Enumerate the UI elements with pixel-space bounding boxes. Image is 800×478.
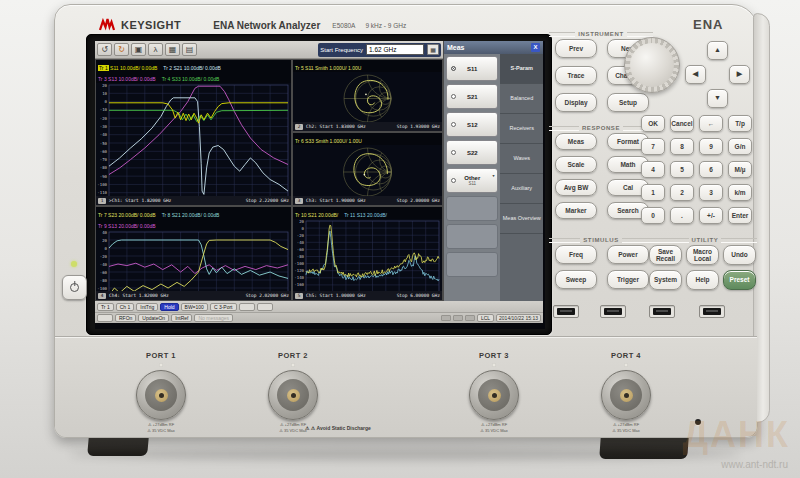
n-connector[interactable]	[136, 370, 186, 420]
redo-icon[interactable]: ↻	[114, 43, 129, 56]
key-9[interactable]: 9	[699, 138, 723, 155]
meas-button-s22[interactable]: S22	[446, 140, 498, 165]
key-meas[interactable]: Meas	[555, 133, 597, 150]
quadrant-2[interactable]: Tr 5 S11 Smith 1.000U/ 1.00U2Ch2: Start …	[292, 59, 443, 132]
key-cancel[interactable]: Cancel	[670, 115, 694, 132]
key-7[interactable]: 7	[641, 138, 665, 155]
key-display[interactable]: Display	[555, 93, 597, 112]
channel-tab[interactable]: 1	[98, 198, 106, 204]
key-avg-bw[interactable]: Avg BW	[555, 179, 597, 196]
svg-text:-100: -100	[294, 261, 304, 266]
key-ok[interactable]: OK	[641, 115, 665, 132]
start-frequency-input[interactable]	[366, 44, 424, 55]
screenshot-icon[interactable]: ▣	[131, 43, 146, 56]
key-8[interactable]: 8	[670, 138, 694, 155]
key-key[interactable]: .	[670, 207, 694, 224]
tab-receivers[interactable]: Receivers	[500, 114, 543, 144]
tab-balanced[interactable]: Balanced	[500, 84, 543, 114]
key-4[interactable]: 4	[641, 161, 665, 178]
status-chip-intref: IntRef	[171, 314, 192, 322]
key-0[interactable]: 0	[641, 207, 665, 224]
meas-button-s21[interactable]: S21	[446, 84, 498, 109]
clipboard-icon[interactable]: ▤	[182, 43, 197, 56]
key-sweep[interactable]: Sweep	[555, 270, 597, 289]
radio-icon	[451, 122, 456, 127]
usb-port-1[interactable]	[553, 305, 579, 318]
key-scale[interactable]: Scale	[555, 156, 597, 173]
usb-port-4[interactable]	[699, 305, 725, 318]
chart-icon[interactable]: ▦	[165, 43, 180, 56]
drop-shadow	[70, 448, 740, 460]
usb-port-2[interactable]	[600, 305, 626, 318]
usb-port-3[interactable]	[649, 305, 675, 318]
tab-meas-overview[interactable]: Meas Overview	[500, 204, 543, 234]
n-connector[interactable]	[469, 370, 519, 420]
key-trigger[interactable]: Trigger	[607, 270, 649, 289]
key-freq[interactable]: Freq	[555, 245, 597, 264]
quadrant-5[interactable]: Tr 10 S21 20.00dB/Tr 11 S13 20.00dB/200-…	[292, 206, 443, 301]
plot	[293, 145, 442, 199]
channel-tab[interactable]: 4	[98, 293, 106, 299]
meas-button-other[interactable]: OtherS11▾	[446, 168, 498, 193]
key-3[interactable]: 3	[699, 184, 723, 201]
tab-waves[interactable]: Waves	[500, 144, 543, 174]
channel-tab[interactable]: 3	[295, 198, 303, 204]
connector-pin	[620, 389, 633, 402]
utility-keys: SaveRecallMacroLocalUndoSystemHelpPreset	[649, 245, 756, 290]
tab-s-param[interactable]: S-Param	[500, 54, 543, 84]
key-k-m[interactable]: k/m	[728, 184, 752, 201]
key-trace[interactable]: Trace	[555, 66, 597, 85]
hardkey-panel: INSTRUMENT PrevNextTraceChannelDisplaySe…	[549, 11, 759, 335]
key-5[interactable]: 5	[670, 161, 694, 178]
key-m[interactable]: M/µ	[728, 161, 752, 178]
key-2[interactable]: 2	[670, 184, 694, 201]
chevron-down-icon: ▾	[492, 173, 494, 178]
quadrant-4[interactable]: Tr 7 S23 20.00dB/ 0.00dBTr 8 S21 20.00dB…	[95, 206, 292, 301]
meas-button-blank-7[interactable]	[446, 252, 498, 277]
key-key[interactable]: +/-	[699, 207, 723, 224]
quadrant-1[interactable]: Tr 1 S11 10.00dB/ 0.00dBTr 2 S21 10.00dB…	[95, 59, 292, 206]
key-enter[interactable]: Enter	[728, 207, 752, 224]
svg-text:-100: -100	[97, 182, 107, 187]
key-1[interactable]: 1	[641, 184, 665, 201]
key-prev[interactable]: Prev	[555, 39, 597, 58]
key-help[interactable]: Help	[686, 270, 719, 290]
close-icon[interactable]: X	[531, 43, 540, 52]
rotary-knob[interactable]	[624, 37, 680, 93]
key-setup[interactable]: Setup	[607, 93, 649, 112]
n-connector[interactable]	[601, 370, 651, 420]
key-undo[interactable]: Undo	[723, 245, 756, 265]
section-label-response: RESPONSE	[549, 125, 653, 131]
quadrant-3[interactable]: Tr 6 S33 Smith 1.000U/ 1.00U3Ch3: Start …	[292, 132, 443, 206]
key-marker[interactable]: Marker	[555, 202, 597, 219]
key-backspace[interactable]: ←	[699, 115, 723, 132]
marker-icon[interactable]: λ	[148, 43, 163, 56]
key-6[interactable]: 6	[699, 161, 723, 178]
meas-button-s12[interactable]: S12	[446, 112, 498, 137]
arrow-up-key[interactable]: ▲	[707, 41, 728, 60]
arrow-left-key[interactable]: ◀	[685, 65, 706, 84]
tab-auxiliary[interactable]: Auxiliary	[500, 174, 543, 204]
svg-text:10: 10	[102, 91, 107, 96]
power-button[interactable]	[62, 275, 87, 300]
channel-tab[interactable]: 2	[295, 124, 303, 130]
n-connector[interactable]	[268, 370, 318, 420]
arrow-down-key[interactable]: ▼	[707, 89, 728, 108]
key-system[interactable]: System	[649, 270, 682, 290]
key-macro-local[interactable]: MacroLocal	[686, 245, 719, 265]
arrow-right-key[interactable]: ▶	[729, 65, 750, 84]
meas-button-blank-5[interactable]	[446, 196, 498, 221]
undo-icon[interactable]: ↺	[97, 43, 112, 56]
channel-tab[interactable]: 5	[295, 293, 303, 299]
keypad-icon[interactable]: ▦	[427, 44, 439, 55]
keysight-logo-icon	[99, 18, 115, 32]
rf-port-2: PORT 2⚠ +27dBm RF⚠ 35 VDC Max	[248, 351, 338, 433]
key-g-n[interactable]: G/n	[728, 138, 752, 155]
meas-button-blank-6[interactable]	[446, 224, 498, 249]
svg-text:-60: -60	[297, 247, 305, 252]
key-t-p[interactable]: T/p	[728, 115, 752, 132]
meas-button-s11[interactable]: S11	[446, 56, 498, 81]
key-preset[interactable]: Preset	[723, 270, 756, 290]
key-save-recall[interactable]: SaveRecall	[649, 245, 682, 265]
key-power[interactable]: Power	[607, 245, 649, 264]
